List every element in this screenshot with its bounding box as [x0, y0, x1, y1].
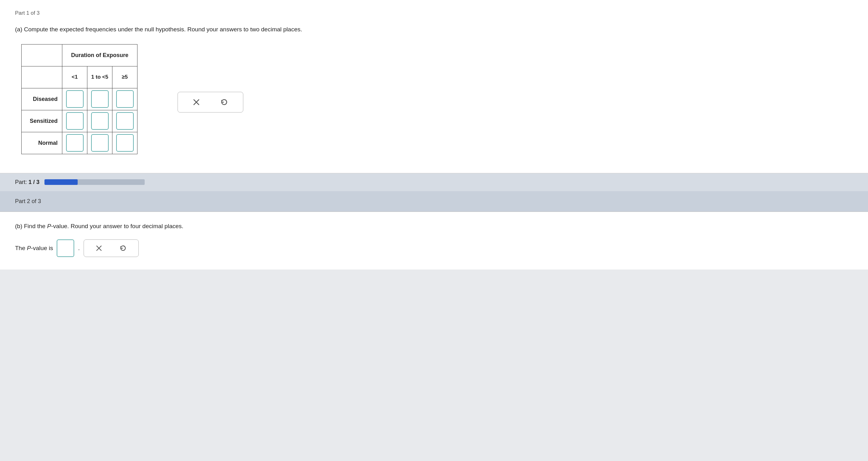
- progress-track: [44, 179, 145, 185]
- row-label-sensitized: Sensitized: [22, 110, 62, 132]
- cell-diseased-1to5[interactable]: [87, 88, 113, 110]
- p-value-prefix: The P-value is: [15, 245, 53, 252]
- input-diseased-gte5[interactable]: [116, 90, 134, 108]
- part2-reset-button[interactable]: [117, 243, 129, 253]
- progress-fill: [44, 179, 78, 185]
- input-sensitized-lt1[interactable]: [66, 112, 84, 130]
- part2-header-text: Part 2 of 3: [15, 198, 41, 204]
- cell-diseased-lt1[interactable]: [62, 88, 87, 110]
- part1-question: (a) Compute the expected frequencies und…: [15, 25, 853, 34]
- part2-action-buttons: [84, 239, 139, 257]
- table-and-buttons: Duration of Exposure <1 1 to <5 ≥5 Disea…: [15, 44, 853, 161]
- part2-header: Part 2 of 3: [0, 191, 868, 212]
- part2-content: (b) Find the P-value. Round your answer …: [0, 212, 868, 270]
- row-label-diseased: Diseased: [22, 88, 62, 110]
- period: .: [78, 245, 80, 252]
- part1-section: Part 1 of 3 (a) Compute the expected fre…: [0, 0, 868, 173]
- input-sensitized-1to5[interactable]: [91, 112, 108, 130]
- row-sensitized: Sensitized: [22, 110, 137, 132]
- page-wrapper: Part 1 of 3 (a) Compute the expected fre…: [0, 0, 868, 461]
- cell-normal-1to5[interactable]: [87, 132, 113, 154]
- p-italic-label: P: [27, 245, 31, 251]
- input-normal-1to5[interactable]: [91, 134, 108, 152]
- part1-clear-button[interactable]: [190, 97, 202, 107]
- row-normal: Normal: [22, 132, 137, 154]
- part2-question: (b) Find the P-value. Round your answer …: [15, 222, 853, 231]
- x-icon: [193, 99, 200, 106]
- progress-value: 1 / 3: [29, 179, 39, 185]
- cell-sensitized-lt1[interactable]: [62, 110, 87, 132]
- input-sensitized-gte5[interactable]: [116, 112, 134, 130]
- p-value-row: The P-value is .: [15, 239, 853, 257]
- col-header-1to5: 1 to <5: [87, 66, 113, 88]
- cell-normal-lt1[interactable]: [62, 132, 87, 154]
- col-header-lt1: <1: [62, 66, 87, 88]
- corner-cell-2: [22, 66, 62, 88]
- part2-clear-button[interactable]: [93, 244, 104, 253]
- col-header-gte5: ≥5: [113, 66, 137, 88]
- p-italic-question: P: [47, 223, 51, 229]
- input-diseased-lt1[interactable]: [66, 90, 84, 108]
- frequency-table: Duration of Exposure <1 1 to <5 ≥5 Disea…: [21, 44, 137, 154]
- reset-icon-2: [120, 245, 126, 252]
- p-value-input[interactable]: [57, 239, 74, 257]
- progress-label: Part: 1 / 3: [15, 179, 39, 185]
- cell-sensitized-gte5[interactable]: [113, 110, 137, 132]
- cell-normal-gte5[interactable]: [113, 132, 137, 154]
- part1-action-buttons: [178, 92, 243, 113]
- progress-bar-section: Part: 1 / 3: [0, 173, 868, 191]
- part1-reset-button[interactable]: [218, 97, 230, 107]
- reset-icon: [220, 98, 228, 106]
- corner-cell: [22, 44, 62, 66]
- row-diseased: Diseased: [22, 88, 137, 110]
- part1-header: Part 1 of 3: [15, 10, 853, 16]
- input-normal-gte5[interactable]: [116, 134, 134, 152]
- cell-diseased-gte5[interactable]: [113, 88, 137, 110]
- row-label-normal: Normal: [22, 132, 62, 154]
- input-normal-lt1[interactable]: [66, 134, 84, 152]
- duration-header: Duration of Exposure: [62, 44, 137, 66]
- x-icon-2: [96, 245, 102, 251]
- input-diseased-1to5[interactable]: [91, 90, 108, 108]
- cell-sensitized-1to5[interactable]: [87, 110, 113, 132]
